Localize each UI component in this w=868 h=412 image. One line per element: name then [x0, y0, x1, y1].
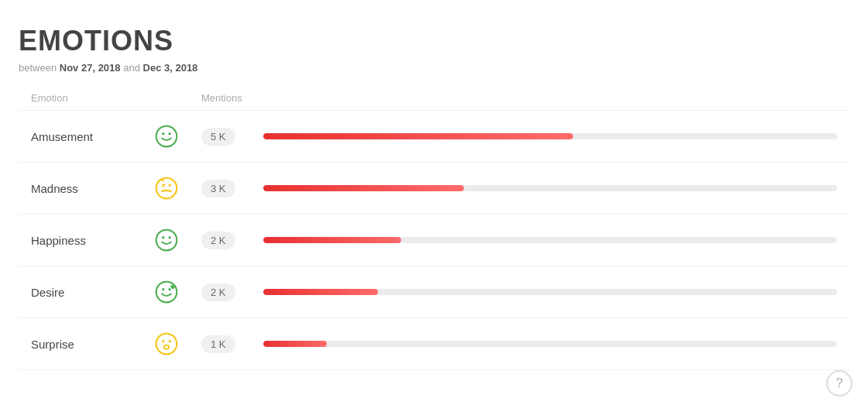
badge-desire: 2 K: [201, 283, 235, 301]
mentions-badge-desire: 2 K: [201, 283, 263, 301]
date-end: Dec 3, 2018: [143, 62, 198, 74]
emotion-icon-amusement: [132, 125, 201, 148]
emotion-row-desire: Desire 2 K: [19, 266, 849, 318]
svg-point-6: [162, 236, 164, 239]
mentions-badge-happiness: 2 K: [201, 232, 263, 249]
svg-point-14: [164, 345, 170, 349]
svg-point-5: [156, 230, 177, 251]
emotion-name-happiness: Happiness: [31, 234, 132, 247]
svg-point-11: [156, 334, 177, 355]
bar-fill-madness: [263, 185, 464, 191]
mentions-badge-madness: 3 K: [201, 180, 263, 197]
bar-container-happiness: [263, 237, 837, 243]
date-between: and: [123, 62, 140, 74]
page-title: EMOTIONS: [19, 25, 849, 57]
date-range: between Nov 27, 2018 and Dec 3, 2018: [19, 62, 849, 74]
svg-point-9: [162, 288, 164, 290]
table-header: Emotion Mentions: [19, 92, 849, 111]
emotion-name-madness: Madness: [31, 182, 132, 195]
emotion-icon-surprise: [132, 332, 201, 355]
emotion-row-happiness: Happiness 2 K: [19, 215, 849, 266]
date-prefix: between: [19, 62, 57, 74]
help-button[interactable]: ?: [826, 370, 853, 397]
badge-happiness: 2 K: [201, 232, 235, 249]
svg-point-13: [169, 340, 171, 342]
svg-point-1: [162, 132, 164, 135]
emotion-name-desire: Desire: [31, 286, 132, 299]
mentions-badge-amusement: 5 K: [201, 128, 263, 146]
page-container: EMOTIONS between Nov 27, 2018 and Dec 3,…: [0, 0, 868, 370]
svg-point-7: [169, 236, 171, 239]
bar-track-happiness: [263, 237, 837, 243]
emotion-name-surprise: Surprise: [31, 338, 132, 351]
bar-container-madness: [263, 185, 837, 191]
svg-point-0: [156, 126, 177, 147]
badge-madness: 3 K: [201, 180, 235, 197]
badge-amusement: 5 K: [201, 128, 235, 146]
bar-container-amusement: [263, 133, 837, 139]
svg-point-12: [162, 340, 164, 342]
bar-fill-amusement: [263, 133, 573, 139]
bar-container-desire: [263, 289, 837, 295]
emotions-list: Amusement 5 K Madness: [19, 111, 849, 370]
emotion-row-surprise: Surprise 1 K: [19, 318, 849, 370]
bar-track-surprise: [263, 341, 837, 347]
bar-fill-surprise: [263, 341, 327, 347]
bar-track-desire: [263, 289, 837, 295]
emotion-icon-madness: [132, 177, 201, 200]
bar-track-amusement: [263, 133, 837, 139]
svg-point-10: [169, 288, 171, 290]
svg-point-4: [169, 184, 171, 187]
emotion-row-amusement: Amusement 5 K: [19, 111, 849, 163]
column-mentions-label: Mentions: [201, 92, 263, 104]
badge-surprise: 1 K: [201, 335, 235, 353]
bar-fill-desire: [263, 289, 378, 295]
emotion-name-amusement: Amusement: [31, 130, 132, 143]
emotion-icon-desire: [132, 280, 201, 304]
svg-point-2: [169, 132, 171, 135]
emotion-row-madness: Madness 3 K: [19, 163, 849, 215]
svg-point-8: [156, 282, 177, 303]
bar-container-surprise: [263, 341, 837, 347]
mentions-badge-surprise: 1 K: [201, 335, 263, 353]
bar-fill-happiness: [263, 237, 401, 243]
bar-track-madness: [263, 185, 837, 191]
emotion-icon-happiness: [132, 228, 201, 252]
date-start: Nov 27, 2018: [60, 62, 121, 74]
column-emotion-label: Emotion: [31, 92, 201, 104]
